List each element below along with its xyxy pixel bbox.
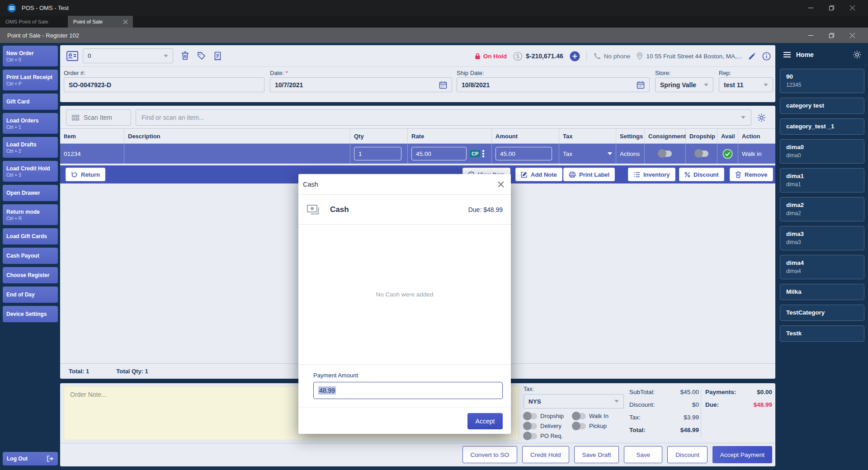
- minimize-icon[interactable]: [800, 28, 821, 43]
- walk-in-toggle[interactable]: [572, 413, 586, 419]
- sidebar-item-load-credit-hold[interactable]: Load Credit HoldCtrl + 3: [3, 161, 58, 182]
- sidebar-item-open-drawer[interactable]: Open Drawer: [3, 185, 58, 201]
- hamburger-menu-icon[interactable]: [783, 52, 791, 57]
- chevron-down-icon[interactable]: [741, 116, 745, 119]
- amount-input[interactable]: 45.00: [495, 147, 552, 160]
- calendar-icon[interactable]: [439, 81, 447, 89]
- qty-input[interactable]: 1: [354, 147, 401, 160]
- title-bar: POS - OMS - Test: [0, 0, 868, 16]
- settings-cell[interactable]: Actions: [616, 144, 645, 164]
- items-total-count: Total: 1: [69, 368, 89, 375]
- modal-close-icon[interactable]: [498, 181, 504, 188]
- close-icon[interactable]: [842, 0, 863, 16]
- ship-date-field[interactable]: 10/8/2021: [457, 77, 650, 92]
- tax-select[interactable]: NYS: [524, 394, 624, 409]
- description-cell: [124, 144, 350, 164]
- category-card-testk[interactable]: Testk: [780, 325, 864, 342]
- edit-address-icon[interactable]: [748, 52, 756, 60]
- accept-payment-button[interactable]: Accept Payment: [712, 446, 772, 463]
- sidebar-item-end-of-day[interactable]: End of Day: [3, 287, 58, 303]
- column-header-qty: Qty: [350, 129, 408, 143]
- sidebar-item-new-order[interactable]: New OrderCtrl + 0: [3, 46, 58, 66]
- sidebar-item-load-orders[interactable]: Load OrdersCtrl + 1: [3, 113, 58, 134]
- dropship-toggle[interactable]: [695, 150, 708, 157]
- receipt-icon[interactable]: [214, 52, 222, 61]
- row-discount-button[interactable]: Discount: [679, 168, 724, 181]
- sidebar-item-gift-card[interactable]: Gift Card: [3, 94, 58, 110]
- category-card-dima1[interactable]: dima1dima1: [780, 168, 864, 193]
- sidebar-item-cash-payout[interactable]: Cash Payout: [3, 248, 58, 264]
- category-card-dima2[interactable]: dima2dima2: [780, 197, 864, 221]
- date-field[interactable]: 10/7/2021: [270, 77, 452, 92]
- remove-button[interactable]: Remove: [730, 168, 773, 181]
- chevron-down-icon: [764, 84, 768, 86]
- item-search-box: [136, 109, 751, 126]
- scan-item-button[interactable]: Scan Item: [66, 109, 131, 126]
- consignment-toggle[interactable]: [658, 150, 672, 157]
- category-card-dima0[interactable]: dima0dima0: [780, 139, 864, 164]
- sidebar-item-load-gift-cards[interactable]: Load Gift Cards: [3, 228, 58, 244]
- address-value: 10 55 Fruit Street 44 Boston, MA,...: [646, 53, 742, 60]
- avail-cell: [717, 144, 738, 164]
- restore-icon[interactable]: [821, 28, 842, 43]
- column-header-settings: Settings: [616, 129, 645, 143]
- category-card-category-test-1[interactable]: category_test _1: [780, 118, 864, 135]
- chevron-down-icon: [164, 55, 168, 57]
- add-customer-icon[interactable]: [570, 51, 580, 61]
- tab-point-of-sale[interactable]: Point of Sale: [68, 16, 133, 28]
- customer-select[interactable]: 0: [83, 48, 173, 63]
- add-note-button[interactable]: Add Note: [515, 168, 562, 181]
- accept-button[interactable]: Accept: [467, 413, 503, 429]
- close-icon[interactable]: [842, 28, 863, 43]
- catalog-settings-gear-icon[interactable]: [853, 50, 862, 59]
- return-button[interactable]: Return: [66, 168, 105, 181]
- delivery-toggle[interactable]: [524, 423, 537, 429]
- restore-icon[interactable]: [821, 0, 842, 16]
- rate-input[interactable]: 45.00: [411, 147, 467, 160]
- sidebar-item-choose-register[interactable]: Choose Register: [3, 267, 58, 283]
- payment-amount-input[interactable]: 48.99: [313, 382, 503, 399]
- calendar-icon[interactable]: [637, 81, 645, 89]
- item-row-selected[interactable]: 01234 1 45.00 CP 45.00 Tax Actions Walk …: [60, 144, 775, 164]
- tab-oms-point-of-sale[interactable]: OMS Point of Sale: [0, 16, 68, 28]
- sidebar-item-print-last-receipt[interactable]: Print Last ReceiptCtrl + P: [3, 70, 58, 90]
- info-icon[interactable]: [762, 52, 771, 61]
- discount-button[interactable]: Discount: [667, 446, 708, 463]
- store-select[interactable]: Spring Valle: [655, 77, 713, 92]
- credit-hold-button[interactable]: Credit Hold: [522, 446, 569, 463]
- cp-badge: CP: [470, 150, 480, 157]
- po-req-toggle[interactable]: [524, 433, 537, 439]
- category-card-category-test[interactable]: category test: [780, 98, 864, 114]
- tax-cell[interactable]: Tax: [559, 144, 616, 164]
- exit-icon: [47, 456, 54, 462]
- category-card-milka[interactable]: Milka: [780, 284, 864, 300]
- logout-button[interactable]: Log Out: [3, 452, 58, 465]
- grid-settings-gear-icon[interactable]: [757, 113, 766, 122]
- convert-to-so-button[interactable]: Convert to SO: [462, 446, 518, 463]
- tag-icon[interactable]: [197, 52, 206, 60]
- save-button[interactable]: Save: [624, 446, 662, 463]
- dropship-toggle[interactable]: [524, 413, 537, 419]
- tab-close-icon[interactable]: [123, 20, 127, 24]
- category-card-dima4[interactable]: dima4dima4: [780, 255, 864, 279]
- pickup-toggle[interactable]: [572, 423, 586, 429]
- delete-order-icon[interactable]: [181, 52, 189, 60]
- category-card-90[interactable]: 9012345: [780, 69, 864, 93]
- order-number-field[interactable]: SO-0047923-D: [64, 77, 264, 92]
- rate-options-kebab-icon[interactable]: [482, 150, 484, 157]
- sidebar-item-device-settings[interactable]: Device Settings: [3, 306, 58, 322]
- category-card-dima3[interactable]: dima3dima3: [780, 226, 864, 250]
- rep-select[interactable]: test 11: [719, 77, 773, 92]
- cash-payment-modal: Cash Cash Due: $48.99 No Cash were added…: [298, 174, 511, 434]
- discount-row: Discount:$0: [629, 401, 699, 408]
- print-label-button[interactable]: Print Label: [563, 168, 615, 181]
- sidebar-item-load-drafts[interactable]: Load DraftsCtrl + 2: [3, 137, 58, 158]
- category-card-testcategory[interactable]: TestCategory: [780, 305, 864, 321]
- action-cell[interactable]: Walk in: [738, 144, 775, 164]
- item-search-input[interactable]: [142, 114, 741, 121]
- save-draft-button[interactable]: Save Draft: [574, 446, 619, 463]
- inventory-button[interactable]: Inventory: [628, 168, 675, 181]
- minimize-icon[interactable]: [800, 0, 821, 16]
- customer-card-icon[interactable]: [66, 51, 78, 61]
- sidebar-item-return-mode[interactable]: Return modeCtrl + R: [3, 204, 58, 225]
